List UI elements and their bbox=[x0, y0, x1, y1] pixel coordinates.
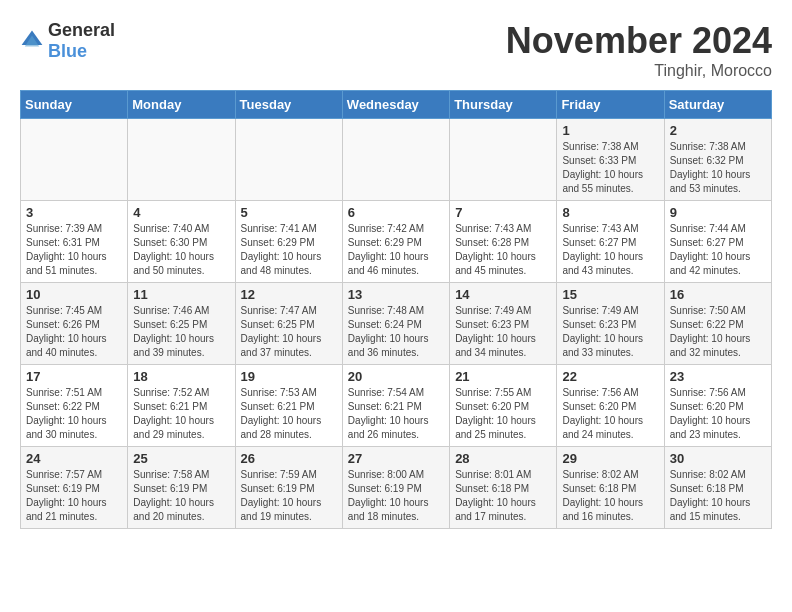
calendar-cell: 8Sunrise: 7:43 AM Sunset: 6:27 PM Daylig… bbox=[557, 201, 664, 283]
day-number: 9 bbox=[670, 205, 766, 220]
calendar-cell: 16Sunrise: 7:50 AM Sunset: 6:22 PM Dayli… bbox=[664, 283, 771, 365]
calendar-week-row: 3Sunrise: 7:39 AM Sunset: 6:31 PM Daylig… bbox=[21, 201, 772, 283]
calendar-cell: 15Sunrise: 7:49 AM Sunset: 6:23 PM Dayli… bbox=[557, 283, 664, 365]
day-number: 6 bbox=[348, 205, 444, 220]
day-number: 19 bbox=[241, 369, 337, 384]
calendar-cell: 27Sunrise: 8:00 AM Sunset: 6:19 PM Dayli… bbox=[342, 447, 449, 529]
logo-general: General bbox=[48, 20, 115, 40]
location-subtitle: Tinghir, Morocco bbox=[506, 62, 772, 80]
day-info: Sunrise: 7:41 AM Sunset: 6:29 PM Dayligh… bbox=[241, 222, 337, 278]
calendar-cell: 24Sunrise: 7:57 AM Sunset: 6:19 PM Dayli… bbox=[21, 447, 128, 529]
day-number: 12 bbox=[241, 287, 337, 302]
day-number: 1 bbox=[562, 123, 658, 138]
calendar-cell: 22Sunrise: 7:56 AM Sunset: 6:20 PM Dayli… bbox=[557, 365, 664, 447]
title-area: November 2024 Tinghir, Morocco bbox=[506, 20, 772, 80]
day-number: 20 bbox=[348, 369, 444, 384]
logo-text: General Blue bbox=[48, 20, 115, 62]
day-info: Sunrise: 7:42 AM Sunset: 6:29 PM Dayligh… bbox=[348, 222, 444, 278]
logo: General Blue bbox=[20, 20, 115, 62]
day-number: 24 bbox=[26, 451, 122, 466]
day-info: Sunrise: 7:59 AM Sunset: 6:19 PM Dayligh… bbox=[241, 468, 337, 524]
day-info: Sunrise: 7:51 AM Sunset: 6:22 PM Dayligh… bbox=[26, 386, 122, 442]
day-number: 22 bbox=[562, 369, 658, 384]
day-number: 7 bbox=[455, 205, 551, 220]
page-header: General Blue November 2024 Tinghir, Moro… bbox=[20, 20, 772, 80]
day-info: Sunrise: 7:50 AM Sunset: 6:22 PM Dayligh… bbox=[670, 304, 766, 360]
day-info: Sunrise: 8:00 AM Sunset: 6:19 PM Dayligh… bbox=[348, 468, 444, 524]
calendar-cell: 25Sunrise: 7:58 AM Sunset: 6:19 PM Dayli… bbox=[128, 447, 235, 529]
calendar-cell: 21Sunrise: 7:55 AM Sunset: 6:20 PM Dayli… bbox=[450, 365, 557, 447]
calendar-cell: 18Sunrise: 7:52 AM Sunset: 6:21 PM Dayli… bbox=[128, 365, 235, 447]
day-number: 15 bbox=[562, 287, 658, 302]
day-info: Sunrise: 7:52 AM Sunset: 6:21 PM Dayligh… bbox=[133, 386, 229, 442]
calendar-cell: 10Sunrise: 7:45 AM Sunset: 6:26 PM Dayli… bbox=[21, 283, 128, 365]
day-number: 14 bbox=[455, 287, 551, 302]
day-number: 10 bbox=[26, 287, 122, 302]
calendar-cell bbox=[342, 119, 449, 201]
day-number: 17 bbox=[26, 369, 122, 384]
day-info: Sunrise: 7:44 AM Sunset: 6:27 PM Dayligh… bbox=[670, 222, 766, 278]
calendar-cell: 1Sunrise: 7:38 AM Sunset: 6:33 PM Daylig… bbox=[557, 119, 664, 201]
day-info: Sunrise: 7:39 AM Sunset: 6:31 PM Dayligh… bbox=[26, 222, 122, 278]
day-number: 30 bbox=[670, 451, 766, 466]
calendar-cell: 29Sunrise: 8:02 AM Sunset: 6:18 PM Dayli… bbox=[557, 447, 664, 529]
calendar-cell: 2Sunrise: 7:38 AM Sunset: 6:32 PM Daylig… bbox=[664, 119, 771, 201]
day-number: 23 bbox=[670, 369, 766, 384]
day-info: Sunrise: 7:40 AM Sunset: 6:30 PM Dayligh… bbox=[133, 222, 229, 278]
calendar-cell bbox=[450, 119, 557, 201]
calendar-table: SundayMondayTuesdayWednesdayThursdayFrid… bbox=[20, 90, 772, 529]
day-number: 29 bbox=[562, 451, 658, 466]
weekday-header-monday: Monday bbox=[128, 91, 235, 119]
day-number: 8 bbox=[562, 205, 658, 220]
calendar-cell: 11Sunrise: 7:46 AM Sunset: 6:25 PM Dayli… bbox=[128, 283, 235, 365]
calendar-week-row: 1Sunrise: 7:38 AM Sunset: 6:33 PM Daylig… bbox=[21, 119, 772, 201]
day-info: Sunrise: 8:01 AM Sunset: 6:18 PM Dayligh… bbox=[455, 468, 551, 524]
calendar-cell bbox=[128, 119, 235, 201]
calendar-cell: 13Sunrise: 7:48 AM Sunset: 6:24 PM Dayli… bbox=[342, 283, 449, 365]
calendar-cell: 4Sunrise: 7:40 AM Sunset: 6:30 PM Daylig… bbox=[128, 201, 235, 283]
calendar-cell: 5Sunrise: 7:41 AM Sunset: 6:29 PM Daylig… bbox=[235, 201, 342, 283]
day-info: Sunrise: 7:49 AM Sunset: 6:23 PM Dayligh… bbox=[562, 304, 658, 360]
weekday-header-tuesday: Tuesday bbox=[235, 91, 342, 119]
calendar-cell: 12Sunrise: 7:47 AM Sunset: 6:25 PM Dayli… bbox=[235, 283, 342, 365]
day-info: Sunrise: 7:49 AM Sunset: 6:23 PM Dayligh… bbox=[455, 304, 551, 360]
calendar-week-row: 17Sunrise: 7:51 AM Sunset: 6:22 PM Dayli… bbox=[21, 365, 772, 447]
calendar-cell: 6Sunrise: 7:42 AM Sunset: 6:29 PM Daylig… bbox=[342, 201, 449, 283]
calendar-week-row: 10Sunrise: 7:45 AM Sunset: 6:26 PM Dayli… bbox=[21, 283, 772, 365]
calendar-cell: 7Sunrise: 7:43 AM Sunset: 6:28 PM Daylig… bbox=[450, 201, 557, 283]
day-number: 27 bbox=[348, 451, 444, 466]
weekday-header-row: SundayMondayTuesdayWednesdayThursdayFrid… bbox=[21, 91, 772, 119]
day-info: Sunrise: 7:45 AM Sunset: 6:26 PM Dayligh… bbox=[26, 304, 122, 360]
calendar-cell: 19Sunrise: 7:53 AM Sunset: 6:21 PM Dayli… bbox=[235, 365, 342, 447]
calendar-week-row: 24Sunrise: 7:57 AM Sunset: 6:19 PM Dayli… bbox=[21, 447, 772, 529]
calendar-cell: 26Sunrise: 7:59 AM Sunset: 6:19 PM Dayli… bbox=[235, 447, 342, 529]
weekday-header-thursday: Thursday bbox=[450, 91, 557, 119]
calendar-cell: 17Sunrise: 7:51 AM Sunset: 6:22 PM Dayli… bbox=[21, 365, 128, 447]
calendar-cell: 30Sunrise: 8:02 AM Sunset: 6:18 PM Dayli… bbox=[664, 447, 771, 529]
day-number: 28 bbox=[455, 451, 551, 466]
weekday-header-saturday: Saturday bbox=[664, 91, 771, 119]
day-number: 21 bbox=[455, 369, 551, 384]
calendar-cell bbox=[21, 119, 128, 201]
day-number: 11 bbox=[133, 287, 229, 302]
day-info: Sunrise: 7:38 AM Sunset: 6:32 PM Dayligh… bbox=[670, 140, 766, 196]
day-number: 5 bbox=[241, 205, 337, 220]
day-info: Sunrise: 7:54 AM Sunset: 6:21 PM Dayligh… bbox=[348, 386, 444, 442]
day-number: 2 bbox=[670, 123, 766, 138]
day-number: 25 bbox=[133, 451, 229, 466]
day-number: 4 bbox=[133, 205, 229, 220]
day-info: Sunrise: 7:57 AM Sunset: 6:19 PM Dayligh… bbox=[26, 468, 122, 524]
logo-blue: Blue bbox=[48, 41, 87, 61]
day-info: Sunrise: 7:43 AM Sunset: 6:27 PM Dayligh… bbox=[562, 222, 658, 278]
day-info: Sunrise: 7:56 AM Sunset: 6:20 PM Dayligh… bbox=[562, 386, 658, 442]
calendar-cell: 3Sunrise: 7:39 AM Sunset: 6:31 PM Daylig… bbox=[21, 201, 128, 283]
day-info: Sunrise: 7:53 AM Sunset: 6:21 PM Dayligh… bbox=[241, 386, 337, 442]
weekday-header-sunday: Sunday bbox=[21, 91, 128, 119]
day-number: 26 bbox=[241, 451, 337, 466]
calendar-cell: 20Sunrise: 7:54 AM Sunset: 6:21 PM Dayli… bbox=[342, 365, 449, 447]
logo-icon bbox=[20, 29, 44, 53]
calendar-cell bbox=[235, 119, 342, 201]
weekday-header-friday: Friday bbox=[557, 91, 664, 119]
day-info: Sunrise: 8:02 AM Sunset: 6:18 PM Dayligh… bbox=[670, 468, 766, 524]
day-number: 16 bbox=[670, 287, 766, 302]
